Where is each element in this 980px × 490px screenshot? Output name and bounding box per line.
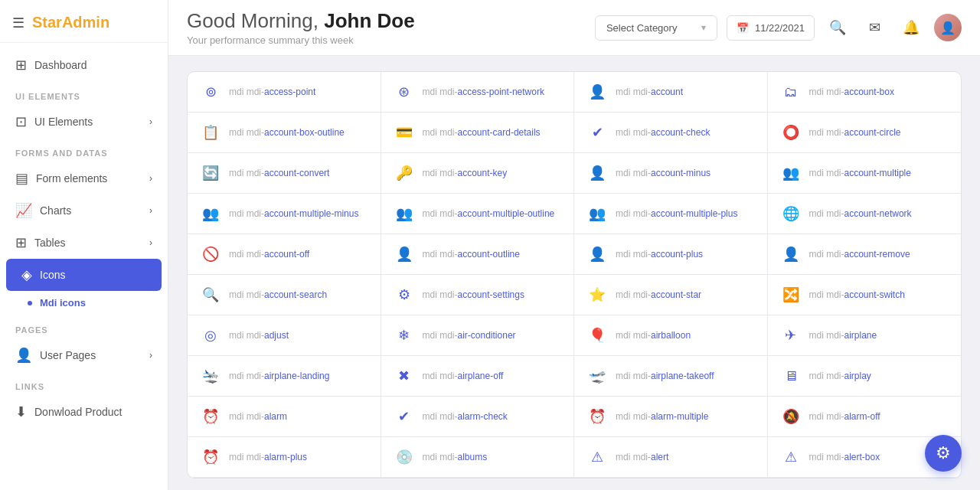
- search-button[interactable]: 🔍: [824, 14, 851, 41]
- dashboard-icon: ⊞: [15, 57, 27, 74]
- icon-cell-account-settings[interactable]: ⚙mdi mdi-account-settings: [381, 275, 575, 315]
- icon-label-account-key: mdi mdi-account-key: [423, 168, 508, 178]
- ui-elements-label: UI Elements: [34, 116, 93, 128]
- icon-cell-airplane-off[interactable]: ✖mdi mdi-airplane-off: [381, 356, 575, 397]
- icon-cell-alarm-off[interactable]: 🔕mdi mdi-alarm-off: [768, 397, 962, 437]
- icon-cell-account-box-outline[interactable]: 📋mdi mdi-account-box-outline: [188, 113, 381, 153]
- icon-cell-alarm-plus[interactable]: ⏰mdi mdi-alarm-plus: [188, 437, 381, 478]
- icon-cell-account-card-details[interactable]: 💳mdi mdi-account-card-details: [381, 113, 575, 153]
- icon-label-account-card-details: mdi mdi-account-card-details: [423, 127, 541, 138]
- category-select[interactable]: Select Category ▾: [595, 15, 717, 41]
- icon-cell-account-remove[interactable]: 👤mdi mdi-account-remove: [768, 234, 962, 275]
- sidebar-item-tables[interactable]: ⊞ Tables ›: [0, 227, 168, 259]
- ui-elements-icon: ⊡: [15, 113, 27, 130]
- icon-label-airplane: mdi mdi-airplane: [809, 330, 877, 341]
- icon-cell-account-multiple-outline[interactable]: 👥mdi mdi-account-multiple-outline: [381, 194, 575, 234]
- icon-cell-account-multiple-plus[interactable]: 👥mdi mdi-account-multiple-plus: [574, 194, 768, 234]
- sidebar-subitem-mdi-icons[interactable]: Mdi icons: [0, 291, 168, 315]
- icon-cell-account-outline[interactable]: 👤mdi mdi-account-outline: [381, 234, 575, 275]
- account-off-icon: 🚫: [200, 243, 221, 265]
- airballoon-icon: 🎈: [586, 325, 608, 346]
- notification-button[interactable]: 🔔: [897, 14, 925, 41]
- sidebar-item-charts[interactable]: 📈 Charts ›: [0, 194, 168, 227]
- alarm-icon: ⏰: [200, 406, 221, 427]
- icon-cell-account[interactable]: 👤mdi mdi-account: [574, 72, 768, 113]
- icon-cell-account-network[interactable]: 🌐mdi mdi-account-network: [768, 194, 962, 234]
- icon-cell-airballoon[interactable]: 🎈mdi mdi-airballoon: [574, 315, 768, 356]
- category-placeholder: Select Category: [606, 22, 678, 34]
- icon-label-alarm-off: mdi mdi-alarm-off: [809, 411, 880, 422]
- icon-label-account: mdi mdi-account: [616, 87, 683, 97]
- icon-cell-account-check[interactable]: ✔mdi mdi-account-check: [574, 113, 768, 153]
- calendar-icon: 📅: [737, 22, 749, 34]
- airplane-off-icon: ✖: [394, 365, 415, 387]
- header: Good Morning, John Doe Your performance …: [168, 0, 980, 56]
- icon-cell-account-key[interactable]: 🔑mdi mdi-account-key: [381, 153, 575, 194]
- icon-cell-account-multiple[interactable]: 👥mdi mdi-account-multiple: [768, 153, 962, 194]
- icon-label-albums: mdi mdi-albums: [423, 452, 488, 462]
- icon-cell-account-minus[interactable]: 👤mdi mdi-account-minus: [574, 153, 768, 194]
- icon-cell-account-off[interactable]: 🚫mdi mdi-account-off: [188, 234, 381, 275]
- icon-cell-alert[interactable]: ⚠mdi mdi-alert: [574, 437, 768, 478]
- icon-grid-container: ⊚mdi mdi-access-point⊛mdi mdi-access-poi…: [187, 71, 962, 479]
- settings-fab[interactable]: ⚙: [925, 435, 962, 472]
- icon-cell-air-conditioner[interactable]: ❄mdi mdi-air-conditioner: [381, 315, 575, 356]
- alarm-plus-icon: ⏰: [200, 446, 221, 468]
- section-label-links: LINKS: [0, 371, 168, 396]
- content-area: ⊚mdi mdi-access-point⊛mdi mdi-access-poi…: [168, 56, 980, 490]
- date-picker[interactable]: 📅 11/22/2021: [727, 15, 815, 41]
- tables-arrow: ›: [149, 237, 152, 248]
- icon-cell-adjust[interactable]: ◎mdi mdi-adjust: [188, 315, 381, 356]
- icons-icon: ◈: [21, 266, 32, 283]
- account-outline-icon: 👤: [394, 243, 415, 265]
- icon-label-account-multiple-outline: mdi mdi-account-multiple-outline: [423, 208, 555, 219]
- charts-arrow: ›: [149, 205, 152, 216]
- icon-cell-account-star[interactable]: ⭐mdi mdi-account-star: [574, 275, 768, 315]
- avatar[interactable]: 👤: [934, 14, 962, 41]
- icon-cell-airplay[interactable]: 🖥mdi mdi-airplay: [768, 356, 962, 397]
- icon-label-alarm-multiple: mdi mdi-alarm-multiple: [616, 411, 708, 422]
- account-search-icon: 🔍: [200, 284, 221, 305]
- account-convert-icon: 🔄: [200, 162, 221, 184]
- icon-label-alert-box: mdi mdi-alert-box: [809, 452, 880, 462]
- icon-cell-airplane-landing[interactable]: 🛬mdi mdi-airplane-landing: [188, 356, 381, 397]
- icon-cell-airplane-takeoff[interactable]: 🛫mdi mdi-airplane-takeoff: [574, 356, 768, 397]
- hamburger-icon[interactable]: ☰: [12, 15, 24, 31]
- icon-cell-account-search[interactable]: 🔍mdi mdi-account-search: [188, 275, 381, 315]
- header-right: Select Category ▾ 📅 11/22/2021 🔍 ✉ 🔔 👤: [595, 14, 962, 41]
- icon-cell-access-point[interactable]: ⊚mdi mdi-access-point: [188, 72, 381, 113]
- icon-cell-account-multiple-minus[interactable]: 👥mdi mdi-account-multiple-minus: [188, 194, 381, 234]
- sidebar-item-icons[interactable]: ◈ Icons: [6, 259, 162, 291]
- icon-label-account-settings: mdi mdi-account-settings: [423, 289, 524, 300]
- icon-cell-account-convert[interactable]: 🔄mdi mdi-account-convert: [188, 153, 381, 194]
- access-point-network-icon: ⊛: [394, 81, 415, 103]
- icon-label-account-switch: mdi mdi-account-switch: [809, 289, 905, 300]
- icon-cell-account-switch[interactable]: 🔀mdi mdi-account-switch: [768, 275, 962, 315]
- sidebar-item-download[interactable]: ⬇ Donwload Product: [0, 396, 168, 428]
- account-star-icon: ⭐: [586, 284, 608, 305]
- user-pages-icon: 👤: [15, 347, 32, 364]
- icon-cell-airplane[interactable]: ✈mdi mdi-airplane: [768, 315, 962, 356]
- icon-cell-albums[interactable]: 💿mdi mdi-albums: [381, 437, 575, 478]
- header-left: Good Morning, John Doe Your performance …: [187, 9, 415, 46]
- icon-label-airplane-off: mdi mdi-airplane-off: [423, 371, 504, 381]
- icon-cell-account-circle[interactable]: ⭕mdi mdi-account-circle: [768, 113, 962, 153]
- icon-label-account-circle: mdi mdi-account-circle: [809, 127, 901, 138]
- download-label: Donwload Product: [34, 406, 122, 418]
- mail-button[interactable]: ✉: [861, 14, 888, 41]
- icon-cell-access-point-network[interactable]: ⊛mdi mdi-access-point-network: [381, 72, 575, 113]
- sidebar-item-user-pages[interactable]: 👤 User Pages ›: [0, 339, 168, 371]
- icon-cell-alarm-multiple[interactable]: ⏰mdi mdi-alarm-multiple: [574, 397, 768, 437]
- air-conditioner-icon: ❄: [394, 325, 415, 346]
- download-icon: ⬇: [15, 403, 27, 420]
- sidebar-item-ui-elements[interactable]: ⊡ UI Elements ›: [0, 106, 168, 138]
- icon-cell-alarm-check[interactable]: ✔mdi mdi-alarm-check: [381, 397, 575, 437]
- sidebar-item-form-elements[interactable]: ▤ Form elements ›: [0, 162, 168, 194]
- account-check-icon: ✔: [586, 122, 608, 143]
- sidebar-item-dashboard[interactable]: ⊞ Dashboard: [0, 49, 168, 81]
- icon-cell-account-plus[interactable]: 👤mdi mdi-account-plus: [574, 234, 768, 275]
- alarm-check-icon: ✔: [394, 406, 415, 427]
- icon-cell-account-box[interactable]: 🗂mdi mdi-account-box: [768, 72, 962, 113]
- icon-cell-alarm[interactable]: ⏰mdi mdi-alarm: [188, 397, 381, 437]
- charts-icon: 📈: [15, 202, 32, 219]
